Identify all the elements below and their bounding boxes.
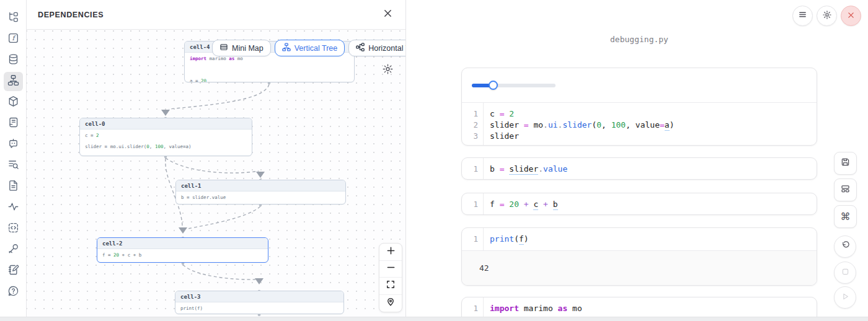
layout-button[interactable] [834, 178, 857, 201]
undo-button[interactable] [834, 235, 856, 258]
sidebar-item-secrets[interactable] [4, 240, 23, 260]
sidebar-item-ai-chat[interactable] [4, 135, 23, 154]
vertical-tree-icon [282, 43, 291, 53]
sidebar-item-scratchpad[interactable] [4, 262, 23, 281]
rows-icon [219, 43, 228, 53]
button-label: Vertical Tree [294, 44, 337, 53]
mini-map-button[interactable]: Mini Map [212, 40, 271, 56]
shutdown-button[interactable] [841, 6, 861, 26]
node-code: print(f) [175, 302, 343, 314]
scroll-text-icon [7, 117, 19, 131]
network-icon [7, 74, 19, 89]
close-icon [383, 9, 392, 20]
function-square-icon: f [7, 32, 19, 46]
settings-button[interactable] [817, 6, 837, 26]
dependencies-panel: DEPENDENCIES cell-4 im [27, 0, 406, 321]
list-tree-icon [7, 11, 19, 25]
vertical-tree-button[interactable]: Vertical Tree [275, 40, 345, 56]
node-title: cell-2 [97, 238, 268, 249]
graph-settings-button[interactable] [382, 63, 394, 76]
cell-code-editor[interactable]: 1 b = slider.value [462, 158, 817, 180]
sidebar-item-help[interactable] [4, 283, 23, 302]
undo-icon [840, 240, 850, 253]
arrowhead [161, 110, 170, 116]
sidebar-item-logs[interactable] [4, 114, 23, 133]
sidebar-item-tracing[interactable] [4, 198, 23, 218]
sidebar-item-datasources[interactable] [4, 51, 23, 70]
fullscreen-icon [386, 280, 395, 291]
zoom-out-button[interactable] [379, 261, 402, 278]
graph-node-cell-2[interactable]: cell-2 f = 20 + c + b [97, 237, 268, 263]
button-label: Mini Map [232, 44, 264, 53]
code-content: b = slider.value [484, 158, 567, 180]
arrowhead [255, 278, 264, 284]
square-code-icon [7, 222, 19, 236]
sidebar-item-file-tree[interactable] [4, 9, 23, 28]
slider-thumb[interactable] [489, 81, 498, 90]
cell-code-editor[interactable]: 1 f = 20 + c + b [462, 193, 817, 215]
zoom-in-button[interactable] [379, 244, 402, 261]
location-pin-icon [386, 297, 395, 309]
notebook-cell[interactable]: 1 f = 20 + c + b [461, 193, 817, 215]
cell-console-output: 42 [462, 250, 817, 286]
graph-node-cell-0[interactable]: cell-0 c = 2slider = mo.ui.slider(0, 100… [79, 118, 252, 156]
code-content: f = 20 + c + b [484, 193, 558, 215]
fit-view-button[interactable] [379, 278, 402, 295]
node-code: c = 2slider = mo.ui.slider(0, 100, value… [80, 130, 252, 156]
notebook-cell[interactable]: 1 b = slider.value [461, 157, 817, 180]
close-panel-button[interactable] [381, 8, 394, 22]
message-question-icon [7, 285, 19, 299]
edge-cell0-cell1 [166, 158, 259, 173]
sidebar-item-variables[interactable]: f [4, 30, 23, 49]
arrowhead [179, 227, 187, 234]
dependency-graph-canvas[interactable]: cell-4 import marimo as mo a = 20 cell-0… [27, 30, 405, 321]
line-numbers: 1 [462, 158, 484, 180]
node-title: cell-1 [176, 180, 345, 191]
graph-view-toolbar: Mini Map Vertical Tree Horizontal Tree [212, 40, 405, 56]
hamburger-icon [798, 10, 807, 22]
left-icon-rail: f [0, 0, 27, 321]
play-icon [841, 292, 850, 304]
horizontal-tree-button[interactable]: Horizontal Tree [348, 40, 405, 56]
graph-node-cell-3[interactable]: cell-3 print(f) [175, 291, 344, 314]
window-bottom-edge [0, 317, 868, 321]
code-content: c = 2slider = mo.ui.slider(0, 100, value… [484, 103, 674, 146]
run-button[interactable] [834, 286, 856, 309]
activity-icon [7, 201, 19, 215]
svg-text:f: f [12, 34, 16, 42]
locate-button[interactable] [379, 295, 402, 312]
stop-button[interactable] [834, 262, 856, 284]
arrowhead [256, 172, 265, 178]
graph-node-cell-1[interactable]: cell-1 b = slider.value [175, 180, 346, 204]
button-label: Horizontal Tree [368, 44, 405, 53]
bot-message-icon [7, 138, 19, 152]
edge-cell1-cell2 [188, 206, 260, 229]
notebook-cell[interactable]: 1 print(f) 42 [461, 227, 817, 286]
text-search-icon [7, 159, 19, 173]
sidebar-item-dependencies[interactable] [4, 72, 23, 91]
sidebar-item-snippets[interactable] [4, 219, 23, 239]
node-code: f = 20 + c + b [97, 249, 268, 263]
notebook-cell[interactable]: 123 c = 2slider = mo.ui.slider(0, 100, v… [461, 68, 817, 146]
node-title: cell-0 [80, 118, 252, 130]
edge-cell2-cell3 [183, 265, 255, 279]
save-button[interactable] [834, 152, 857, 175]
cell-code-editor[interactable]: 1 print(f) [462, 228, 817, 250]
cell-code-editor[interactable]: 123 c = 2slider = mo.ui.slider(0, 100, v… [462, 103, 817, 146]
horizontal-tree-icon [356, 43, 365, 53]
stop-icon [841, 267, 850, 279]
sidebar-item-packages[interactable] [4, 93, 23, 112]
node-code: import marimo as mo a = 20 [185, 53, 354, 82]
sidebar-item-scratchpad-search[interactable] [4, 156, 23, 175]
gear-icon [822, 10, 832, 22]
command-palette-button[interactable]: ⌘ [834, 205, 857, 228]
package-icon [7, 95, 19, 110]
notebook-filename[interactable]: debugging.py [461, 35, 817, 44]
panel-title: DEPENDENCIES [38, 11, 104, 19]
line-numbers: 123 [462, 103, 484, 146]
command-icon: ⌘ [841, 211, 851, 222]
menu-button[interactable] [792, 6, 813, 26]
sidebar-item-documentation[interactable] [4, 177, 23, 196]
node-code: b = slider.value [176, 191, 345, 204]
slider-widget[interactable] [472, 84, 556, 87]
